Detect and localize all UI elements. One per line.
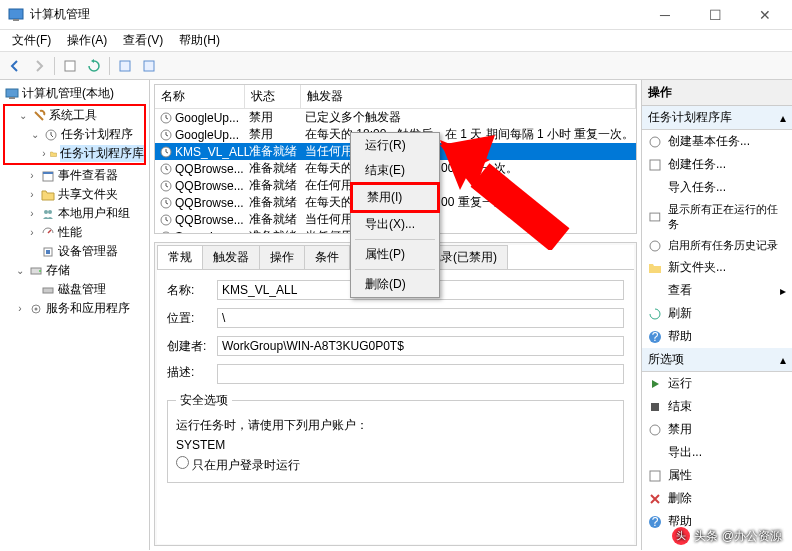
cm-run[interactable]: 运行(R): [351, 133, 439, 158]
action-show-running[interactable]: 显示所有正在运行的任务: [642, 199, 792, 235]
svg-point-18: [35, 307, 38, 310]
disk-icon: [41, 283, 55, 297]
action-import[interactable]: 导入任务...: [642, 176, 792, 199]
action-disable[interactable]: 禁用: [642, 418, 792, 441]
close-button[interactable]: ✕: [750, 7, 780, 23]
toolbar-btn3[interactable]: [138, 55, 160, 77]
action-enable-history[interactable]: 启用所有任务历史记录: [642, 235, 792, 256]
description-label: 描述:: [167, 364, 217, 381]
action-new-folder[interactable]: 新文件夹...: [642, 256, 792, 279]
computer-icon: [5, 87, 19, 101]
svg-rect-2: [65, 61, 75, 71]
expand-icon[interactable]: ›: [41, 148, 47, 159]
collapse-icon[interactable]: ⌄: [17, 110, 29, 121]
header-trigger[interactable]: 触发器: [301, 85, 636, 108]
forward-button[interactable]: [28, 55, 50, 77]
row-status: 禁用: [249, 126, 305, 143]
tree-disk-management[interactable]: 磁盘管理: [2, 280, 147, 299]
tab-triggers[interactable]: 触发器: [202, 245, 260, 269]
play-icon: [648, 377, 662, 391]
svg-rect-35: [650, 471, 660, 481]
users-icon: [41, 207, 55, 221]
cm-end[interactable]: 结束(E): [351, 158, 439, 183]
svg-point-27: [650, 137, 660, 147]
action-delete[interactable]: 删除: [642, 487, 792, 510]
tree-system-tools[interactable]: ⌄ 系统工具: [5, 106, 144, 125]
toolbar-btn2[interactable]: [114, 55, 136, 77]
maximize-button[interactable]: ☐: [700, 7, 730, 23]
menu-view[interactable]: 查看(V): [115, 30, 171, 51]
cm-properties[interactable]: 属性(P): [351, 242, 439, 267]
security-heading: 安全选项: [176, 392, 232, 409]
watermark: 头 头条 @办公资源: [672, 527, 782, 545]
chevron-up-icon[interactable]: ▴: [780, 111, 786, 125]
toolbar-btn[interactable]: [59, 55, 81, 77]
tree-task-scheduler-library[interactable]: › 任务计划程序库: [5, 144, 144, 163]
tab-actions[interactable]: 操作: [259, 245, 305, 269]
svg-rect-28: [650, 160, 660, 170]
svg-rect-0: [9, 9, 23, 19]
clock-icon: [159, 111, 173, 125]
header-status[interactable]: 状态: [245, 85, 301, 108]
tab-conditions[interactable]: 条件: [304, 245, 350, 269]
header-name[interactable]: 名称: [155, 85, 245, 108]
run-logged-on-radio[interactable]: [176, 456, 189, 469]
tree-task-scheduler[interactable]: ⌄ 任务计划程序: [5, 125, 144, 144]
tree-local-users[interactable]: ›本地用户和组: [2, 204, 147, 223]
clock-icon: [159, 128, 173, 142]
actions-section-library: 任务计划程序库▴: [642, 106, 792, 130]
annotation-arrow: [440, 120, 570, 250]
name-label: 名称:: [167, 282, 217, 299]
tree-device-manager[interactable]: 设备管理器: [2, 242, 147, 261]
row-status: 准备就绪: [249, 228, 305, 234]
svg-point-34: [650, 425, 660, 435]
action-view[interactable]: 查看▸: [642, 279, 792, 302]
tree-root[interactable]: 计算机管理(本地): [2, 84, 147, 103]
tree-services[interactable]: ›服务和应用程序: [2, 299, 147, 318]
properties-icon: [648, 469, 662, 483]
refresh-button[interactable]: [83, 55, 105, 77]
clock-icon: [159, 213, 173, 227]
action-run[interactable]: 运行: [642, 372, 792, 395]
row-name: QQBrowse...: [175, 196, 249, 210]
tree-performance[interactable]: ›性能: [2, 223, 147, 242]
window-title: 计算机管理: [30, 6, 650, 23]
tree-event-viewer[interactable]: ›事件查看器: [2, 166, 147, 185]
action-create-task[interactable]: 创建任务...: [642, 153, 792, 176]
menu-help[interactable]: 帮助(H): [171, 30, 228, 51]
menu-action[interactable]: 操作(A): [59, 30, 115, 51]
navigation-tree: 计算机管理(本地) ⌄ 系统工具 ⌄ 任务计划程序 › 任务计划程序库 ›事件查…: [0, 80, 150, 550]
action-refresh[interactable]: 刷新: [642, 302, 792, 325]
stop-icon: [648, 400, 662, 414]
action-export[interactable]: 导出...: [642, 441, 792, 464]
action-help[interactable]: ?帮助: [642, 325, 792, 348]
cm-export[interactable]: 导出(X)...: [351, 212, 439, 237]
cm-disable[interactable]: 禁用(I): [350, 182, 440, 213]
action-end[interactable]: 结束: [642, 395, 792, 418]
svg-text:?: ?: [652, 515, 659, 529]
author-field: WorkGroup\WIN-A8T3KUG0P0T$: [217, 336, 624, 356]
folder-shared-icon: [41, 188, 55, 202]
action-properties[interactable]: 属性: [642, 464, 792, 487]
tree-shared-folders[interactable]: ›共享文件夹: [2, 185, 147, 204]
location-field: \: [217, 308, 624, 328]
tools-icon: [32, 109, 46, 123]
back-button[interactable]: [4, 55, 26, 77]
row-name: KMS_VL_ALL: [175, 145, 249, 159]
app-icon: [8, 7, 24, 23]
tab-general[interactable]: 常规: [157, 245, 203, 269]
row-name: GoogleUp...: [175, 111, 249, 125]
collapse-icon[interactable]: ⌄: [29, 129, 41, 140]
row-name: QQBrowse...: [175, 179, 249, 193]
action-create-basic[interactable]: 创建基本任务...: [642, 130, 792, 153]
menu-file[interactable]: 文件(F): [4, 30, 59, 51]
description-field[interactable]: [217, 364, 624, 384]
cm-delete[interactable]: 删除(D): [351, 272, 439, 297]
minimize-button[interactable]: ─: [650, 7, 680, 23]
security-account: SYSTEM: [176, 438, 615, 452]
svg-point-15: [39, 270, 41, 272]
clock-icon: [159, 179, 173, 193]
tree-storage[interactable]: ⌄存储: [2, 261, 147, 280]
chevron-up-icon[interactable]: ▴: [780, 353, 786, 367]
location-label: 位置:: [167, 310, 217, 327]
